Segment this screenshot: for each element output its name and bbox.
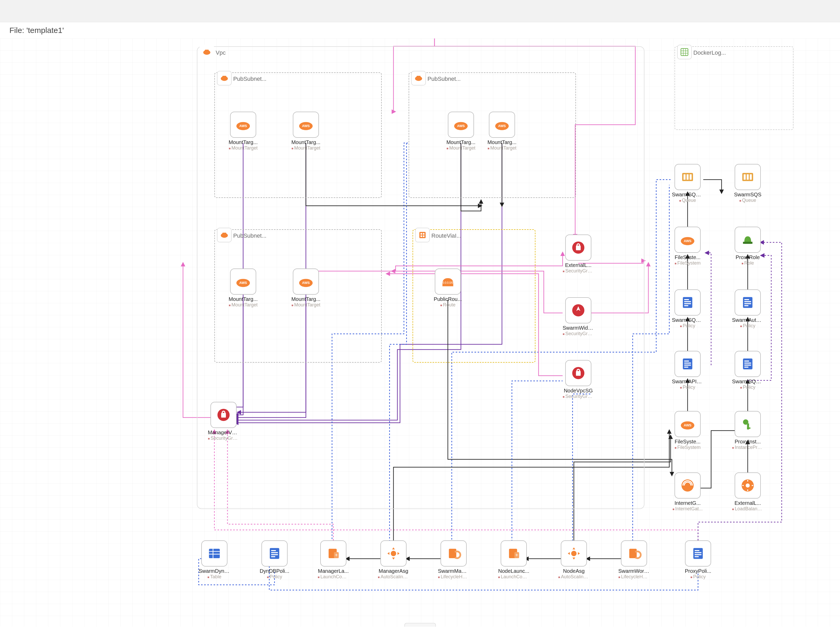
- asg-icon: [381, 541, 406, 566]
- node-subtitle: MountTarget: [227, 302, 259, 308]
- aws-cloud-icon: [293, 112, 319, 138]
- sg-rocket-icon: [565, 297, 591, 323]
- node-title: MountTarg...: [227, 296, 259, 302]
- node-mt11[interactable]: MountTarg...MountTarget: [227, 112, 259, 143]
- node-nodeLC[interactable]: NodeLaunc...LaunchConfi...: [498, 541, 530, 572]
- node-polSR[interactable]: SwarmSQSR...Policy: [672, 290, 703, 321]
- node-title: NodeVpcSG: [563, 388, 594, 394]
- node-wideSg[interactable]: SwarmWide...SecurityGroup: [563, 297, 594, 329]
- node-subtitle: FileSystem: [672, 261, 703, 266]
- node-sqsrQ[interactable]: SwarmSQSC...Queue: [672, 164, 703, 195]
- group-label: PubSubnet...: [427, 75, 461, 82]
- group-rt[interactable]: RouteViaI...: [413, 229, 535, 363]
- node-title: MountTarg...: [445, 139, 477, 146]
- node-title: FileSyste...: [672, 254, 703, 261]
- node-mgrLC[interactable]: ManagerLa...LaunchConfi...: [318, 541, 349, 572]
- policy-icon: [675, 290, 701, 315]
- node-mt32[interactable]: MountTarg...MountTarget: [290, 269, 322, 300]
- node-polAP[interactable]: SwarmAPIP...Policy: [672, 351, 703, 382]
- node-mgrLH[interactable]: SwarmMana...LifecycleHook: [438, 541, 469, 572]
- sg-icon: [565, 235, 591, 261]
- node-mgrSg[interactable]: ManagerVp...SecurityGroup: [208, 402, 239, 433]
- node-title: SwarmWork...: [618, 568, 650, 574]
- node-prxP[interactable]: ProxyPoli...Policy: [682, 541, 714, 572]
- node-mt21[interactable]: MountTarg...MountTarget: [445, 112, 477, 143]
- sg-icon: [565, 360, 591, 386]
- node-subtitle: SecurityGroup: [563, 268, 594, 274]
- node-subtitle: FileSystem: [672, 445, 703, 450]
- node-subtitle: MountTarget: [290, 302, 322, 308]
- node-subtitle: Role: [732, 261, 763, 266]
- aws-icon: [411, 71, 426, 85]
- node-subtitle: InstancePro...: [732, 445, 763, 450]
- node-title: SwarmDynD...: [199, 568, 230, 574]
- node-extSg[interactable]: ExternalL...SecurityGroup: [563, 235, 594, 266]
- node-title: NodeAsg: [558, 568, 590, 574]
- node-nodeLH[interactable]: SwarmWork...LifecycleHook: [618, 541, 650, 572]
- node-title: PublicRou...: [432, 296, 464, 302]
- policy-icon: [734, 351, 761, 377]
- node-subtitle: MountTarget: [290, 146, 322, 151]
- group-label: RouteViaI...: [431, 232, 461, 239]
- node-subtitle: LifecycleHook: [438, 574, 469, 579]
- node-fs1[interactable]: FileSyste...FileSystem: [672, 227, 703, 258]
- node-title: ProxyPoli...: [682, 568, 714, 574]
- green-grid-icon: [677, 45, 692, 59]
- node-title: MountTarg...: [486, 139, 518, 146]
- node-title: ManagerAsg: [378, 568, 409, 574]
- node-dynT[interactable]: SwarmDynD...Table: [199, 541, 230, 572]
- node-subtitle: LaunchConfi...: [318, 574, 349, 579]
- table-icon: [201, 541, 227, 566]
- node-title: SwarmAuto...: [732, 317, 763, 323]
- aws-icon: [200, 45, 214, 59]
- node-subtitle: InternetGat...: [672, 506, 703, 512]
- node-subtitle: LoadBalancer: [732, 506, 763, 512]
- node-subtitle: AutoScaling...: [378, 574, 409, 579]
- group-label: PubSubnet...: [233, 232, 266, 239]
- route-table-icon: [435, 269, 461, 294]
- node-polAS[interactable]: SwarmAuto...Policy: [732, 290, 763, 321]
- node-subtitle: AutoScaling...: [558, 574, 590, 579]
- aws-cloud-icon: [293, 269, 319, 294]
- node-elb[interactable]: ExternalL...LoadBalancer: [732, 472, 763, 504]
- lc-icon: [320, 541, 346, 566]
- node-nodeSg[interactable]: NodeVpcSGSecurityGroup: [563, 360, 594, 391]
- node-mt31[interactable]: MountTarg...MountTarget: [227, 269, 259, 300]
- node-title: ExternalL...: [563, 262, 594, 268]
- node-igw[interactable]: InternetG...InternetGat...: [672, 472, 703, 504]
- node-title: MountTarg...: [290, 296, 322, 302]
- node-mgrASG[interactable]: ManagerAsgAutoScaling...: [378, 541, 409, 572]
- role-icon: [734, 227, 761, 253]
- node-inst[interactable]: ProxyInst...InstancePro...: [732, 411, 763, 442]
- node-mt22[interactable]: MountTarg...MountTarget: [486, 112, 518, 143]
- node-dynP[interactable]: DynDBPoli...Policy: [259, 541, 290, 572]
- node-nodeASG[interactable]: NodeAsgAutoScaling...: [558, 541, 590, 572]
- node-title: ManagerLa...: [318, 568, 349, 574]
- policy-icon: [734, 290, 761, 315]
- node-title: SwarmAPIP...: [672, 379, 703, 385]
- node-role[interactable]: ProxyRoleRole: [732, 227, 763, 258]
- node-title: SwarmSQSC...: [672, 192, 703, 198]
- sqs-icon: [734, 164, 761, 190]
- node-subtitle: Policy: [732, 385, 763, 390]
- node-title: SwarmWide...: [563, 325, 594, 331]
- node-title: ManagerVp...: [208, 430, 239, 435]
- node-polSC[interactable]: SwarmSQSC...Policy: [732, 351, 763, 382]
- app-top-bar: [0, 0, 840, 22]
- node-title: ExternalL...: [732, 500, 763, 506]
- node-subtitle: Policy: [672, 323, 703, 329]
- group-docker[interactable]: DockerLog...: [675, 46, 794, 130]
- file-label: File: 'template1': [0, 22, 840, 38]
- node-subtitle: Route: [432, 302, 464, 308]
- designer-canvas[interactable]: VpcPubSubnet...PubSubnet...PubSubnet...R…: [0, 38, 840, 627]
- node-route[interactable]: PublicRou...Route: [432, 269, 464, 300]
- node-subtitle: Policy: [682, 574, 714, 579]
- node-sqsQ[interactable]: SwarmSQSQueue: [732, 164, 763, 195]
- node-subtitle: LaunchConfi...: [498, 574, 530, 579]
- node-fs2[interactable]: FileSyste...FileSystem: [672, 411, 703, 442]
- sg-icon: [210, 402, 237, 428]
- node-title: InternetG...: [672, 500, 703, 506]
- panel-handle[interactable]: [405, 623, 436, 627]
- node-mt12[interactable]: MountTarg...MountTarget: [290, 112, 322, 143]
- key-icon: [734, 411, 761, 437]
